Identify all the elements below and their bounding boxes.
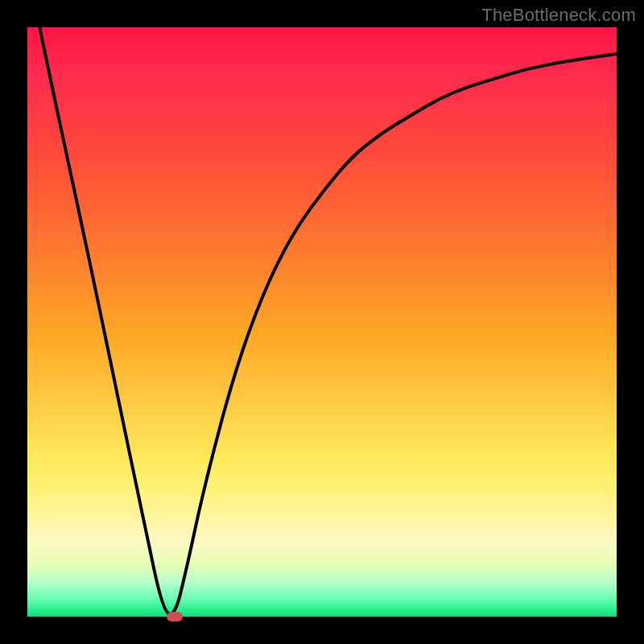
chart-frame: TheBottleneck.com	[0, 0, 644, 644]
watermark-text: TheBottleneck.com	[481, 5, 636, 26]
bottleneck-curve	[27, 27, 617, 617]
plot-area	[27, 27, 617, 617]
minimum-marker	[167, 612, 183, 621]
curve-path	[27, 0, 617, 614]
